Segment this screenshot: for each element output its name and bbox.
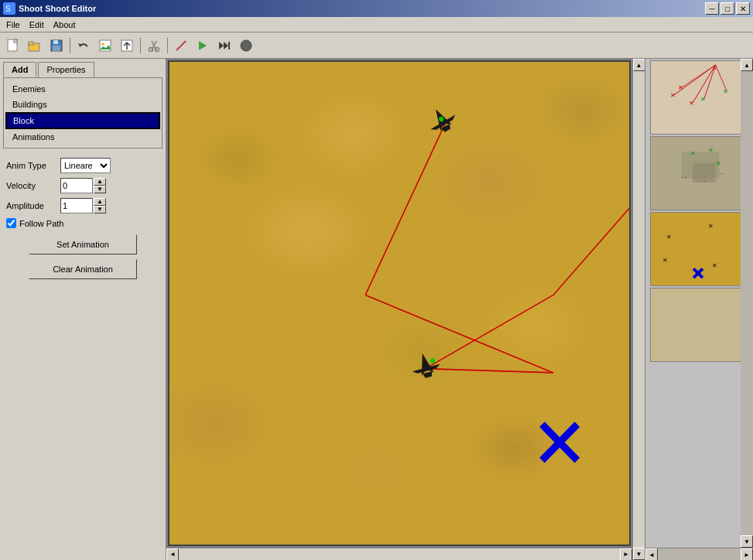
thumbnail-1[interactable]: ✕ ✕ ✕ ✕ ✕ ✕ — [650, 60, 749, 135]
list-item-animations[interactable]: Animations — [5, 129, 160, 145]
velocity-spin-buttons: ▲ ▼ — [94, 178, 106, 193]
tab-properties[interactable]: Properties — [38, 62, 94, 77]
thumbnail-3[interactable]: ✕ ✕ ✕ ✕ — [650, 212, 749, 286]
amplitude-down-button[interactable]: ▼ — [94, 206, 106, 213]
title-bar: S Shoot Shoot Editor ─ □ ✕ — [0, 0, 753, 17]
svg-point-16 — [156, 47, 159, 51]
svg-line-27 — [426, 369, 553, 373]
fast-forward-button[interactable] — [214, 36, 234, 56]
svg-text:✕: ✕ — [662, 257, 668, 264]
tabs: Add Properties — [3, 62, 163, 77]
blue-x-marker — [542, 425, 577, 461]
list-item-enemies[interactable]: Enemies — [5, 81, 160, 97]
svg-text:✕: ✕ — [690, 150, 696, 157]
svg-rect-5 — [29, 42, 33, 45]
svg-text:- -: - - — [681, 173, 687, 180]
svg-marker-19 — [219, 42, 224, 50]
svg-text:✕: ✕ — [677, 84, 683, 91]
svg-rect-21 — [228, 42, 230, 50]
line-tool-button[interactable] — [171, 36, 191, 56]
canvas-area: ◄ ► ▲ ▼ — [166, 59, 645, 560]
svg-point-22 — [241, 40, 252, 51]
thumbnail-4[interactable] — [650, 288, 749, 362]
menu-about[interactable]: About — [49, 19, 80, 31]
main-canvas[interactable] — [168, 60, 631, 546]
image-button[interactable] — [95, 36, 115, 56]
right-v-scrollbar: ▲ ▼ — [741, 59, 753, 548]
new-button[interactable] — [3, 36, 23, 56]
set-animation-button[interactable]: Set Animation — [29, 234, 137, 254]
follow-path-label: Follow Path — [19, 219, 63, 228]
right-v-track[interactable] — [741, 71, 753, 535]
undo-button[interactable] — [74, 36, 94, 56]
anim-type-label: Anim Type — [6, 161, 60, 170]
right-h-scrollbar: ◄ ► — [645, 548, 753, 560]
play-button[interactable] — [193, 36, 213, 56]
open-button[interactable] — [25, 36, 45, 56]
right-h-track[interactable] — [658, 548, 741, 560]
svg-point-11 — [101, 43, 104, 46]
cut-button[interactable] — [144, 36, 164, 56]
app-title: Shoot Shoot Editor — [19, 4, 705, 13]
menu-file[interactable]: File — [2, 19, 25, 31]
svg-text:- -: - - — [700, 177, 706, 184]
menu-bar: File Edit About — [0, 17, 753, 32]
amplitude-label: Amplitude — [6, 201, 60, 210]
svg-text:✕: ✕ — [723, 88, 728, 95]
scroll-right-button[interactable]: ► — [620, 548, 632, 561]
thumbnail-2[interactable]: ✕ ✕ ✕ - - - - - - — [650, 136, 749, 210]
v-scrollbar: ▲ ▼ — [632, 59, 645, 560]
menu-edit[interactable]: Edit — [25, 19, 49, 31]
thumbnail-scroll[interactable]: ✕ ✕ ✕ ✕ ✕ ✕ ✕ ✕ ✕ — [645, 59, 753, 560]
list-item-buildings[interactable]: Buildings — [5, 97, 160, 112]
right-scroll-up-button[interactable]: ▲ — [741, 59, 753, 71]
maximize-button[interactable]: □ — [720, 2, 734, 15]
svg-line-17 — [176, 41, 186, 50]
amplitude-spin-buttons: ▲ ▼ — [94, 198, 106, 213]
tab-panel-content: Enemies Buildings Block Animations — [3, 77, 163, 149]
plane-3 — [409, 350, 443, 381]
svg-text:✕: ✕ — [707, 223, 713, 230]
velocity-up-button[interactable]: ▲ — [94, 178, 106, 186]
svg-text:✕: ✕ — [715, 160, 720, 167]
anim-type-select[interactable]: Lineare Sinusoide Bounce — [60, 158, 111, 173]
main-container: Add Properties Enemies Buildings Block A… — [0, 59, 753, 560]
scroll-left-button[interactable]: ◄ — [166, 548, 179, 561]
right-scroll-left-button[interactable]: ◄ — [645, 548, 658, 560]
svg-text:✕: ✕ — [689, 100, 694, 107]
svg-rect-45 — [651, 61, 748, 134]
right-scroll-right-button[interactable]: ► — [741, 548, 753, 560]
toolbar — [0, 32, 753, 59]
follow-path-checkbox[interactable] — [6, 218, 16, 228]
record-button[interactable] — [236, 36, 256, 56]
velocity-label: Velocity — [6, 181, 60, 190]
amplitude-up-button[interactable]: ▲ — [94, 198, 106, 206]
velocity-input[interactable] — [60, 178, 93, 193]
svg-text:✕: ✕ — [707, 147, 713, 154]
svg-point-15 — [149, 47, 153, 51]
right-scroll-down-button[interactable]: ▼ — [741, 535, 753, 548]
save-button[interactable] — [46, 36, 67, 56]
list-item-block[interactable]: Block — [5, 112, 160, 129]
velocity-down-button[interactable]: ▼ — [94, 186, 106, 193]
app-icon: S — [3, 2, 15, 15]
svg-rect-7 — [53, 40, 58, 44]
export-button[interactable] — [117, 36, 137, 56]
svg-text:✕: ✕ — [666, 234, 671, 241]
minimize-button[interactable]: ─ — [705, 2, 719, 15]
canvas-svg — [169, 62, 629, 545]
tab-add[interactable]: Add — [3, 62, 36, 77]
scroll-down-button[interactable]: ▼ — [633, 548, 645, 560]
anim-type-row: Anim Type Lineare Sinusoide Bounce — [6, 158, 159, 173]
amplitude-spinner: ▲ ▼ — [60, 198, 106, 213]
plane-1 — [423, 102, 460, 138]
props-panel: Anim Type Lineare Sinusoide Bounce Veloc… — [3, 152, 163, 290]
close-button[interactable]: ✕ — [736, 2, 750, 15]
svg-line-23 — [365, 123, 445, 295]
clear-animation-button[interactable]: Clear Animation — [29, 259, 137, 279]
scroll-up-button[interactable]: ▲ — [633, 59, 645, 71]
amplitude-input[interactable] — [60, 198, 93, 213]
svg-text:✕: ✕ — [669, 92, 675, 99]
svg-marker-18 — [199, 41, 207, 50]
svg-text:S: S — [5, 5, 11, 13]
